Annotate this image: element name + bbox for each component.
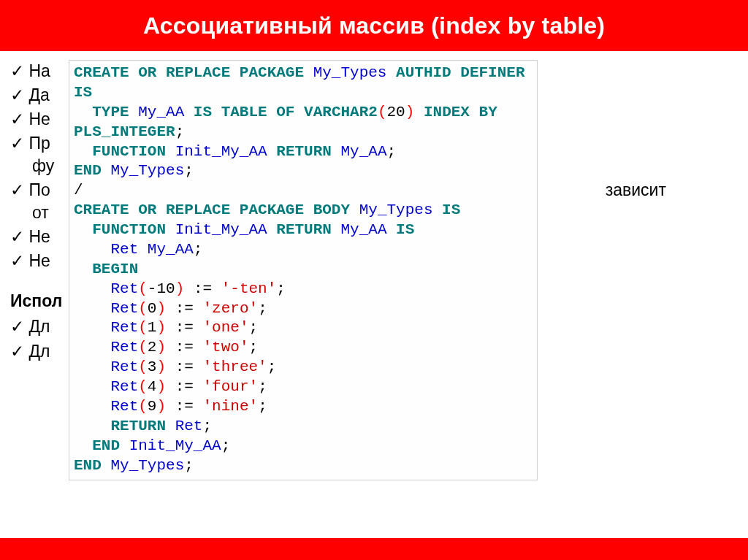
slide: Ассоциативный массив (index by table) На… — [0, 0, 748, 560]
list-item-text: По — [28, 180, 50, 199]
list-item-text: Пр — [28, 134, 50, 153]
title-bar: Ассоциативный массив (index by table) — [0, 0, 748, 51]
footer-bar — [0, 538, 748, 560]
list-item-trailing: зависит — [606, 180, 666, 199]
list-item-cont: от — [32, 203, 49, 222]
code-block: CREATE OR REPLACE PACKAGE My_Types AUTHI… — [69, 60, 538, 480]
list-item-cont: фу — [32, 156, 54, 175]
slide-title: Ассоциативный массив (index by table) — [143, 12, 605, 39]
